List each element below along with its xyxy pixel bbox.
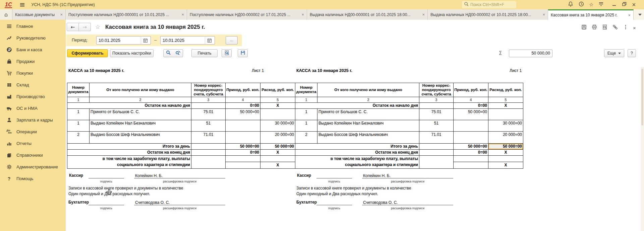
empty-cell[interactable] xyxy=(419,102,454,108)
print-preview-icon[interactable] xyxy=(602,24,608,31)
tab-home[interactable]: ⌂ xyxy=(0,9,12,20)
find-button[interactable] xyxy=(163,49,173,57)
col-index[interactable]: 2 xyxy=(90,97,191,102)
sheet-title[interactable]: КАССА за 10 января 2025 г. xyxy=(68,68,124,73)
x-mark-cell[interactable]: X xyxy=(488,162,523,168)
nav-forward-button[interactable]: → xyxy=(79,23,91,31)
description-cell[interactable]: Выдано Копейкин Нал Безналович xyxy=(317,120,419,131)
get-link-icon[interactable] xyxy=(612,24,618,31)
tab-1[interactable]: Кассовые документы× xyxy=(12,9,66,20)
sheet-number-label[interactable]: Лист 1 xyxy=(252,68,264,73)
col-index[interactable]: 5 xyxy=(260,97,295,102)
opening-balance-label[interactable]: Остаток на начало дня xyxy=(295,102,419,108)
check-line1[interactable]: Записи в кассовой книге проверил и докум… xyxy=(296,186,411,190)
accountant-signature-line[interactable] xyxy=(316,205,352,205)
sidebar-item-administrirovanie[interactable]: Администрирование xyxy=(0,161,66,173)
total-income-cell[interactable]: 50 000=00 xyxy=(226,143,260,149)
col-index[interactable]: 4 xyxy=(454,97,488,102)
col-header-expense[interactable]: Расход, руб. коп. xyxy=(260,83,295,97)
sidebar-item-os-i-nma[interactable]: ОС и НМА xyxy=(0,102,66,114)
sidebar-item-glavnoe[interactable]: Главное xyxy=(0,20,66,32)
tab-4[interactable]: Выдача наличных НД00-000001 от 10.01.202… xyxy=(307,9,428,20)
opening-balance-value[interactable]: 0=00 xyxy=(454,102,488,108)
cashier-name[interactable]: Копейкин Н. Б. xyxy=(135,173,163,178)
sidebar-item-otchety[interactable]: Отчеты xyxy=(0,138,66,149)
empty-cell[interactable] xyxy=(260,155,295,162)
sidebar-item-prodazhi[interactable]: Продажи xyxy=(0,56,66,67)
empty-cell[interactable] xyxy=(454,155,488,162)
doc-number-cell[interactable]: 1 xyxy=(295,120,317,131)
show-settings-button[interactable]: Показать настройки xyxy=(110,49,154,57)
accountant-name[interactable]: Счетоводова О. С. xyxy=(363,200,398,205)
sidebar-item-zarplata-i-kadry[interactable]: Зарплата и кадры xyxy=(0,114,66,126)
x-mark-cell[interactable]: X xyxy=(260,149,295,155)
including-label[interactable]: в том числе на заработную плату, выплаты… xyxy=(67,155,191,168)
col-header-counterparty[interactable]: От кого получено или кому выдано xyxy=(317,83,419,97)
global-search-input[interactable]: Поиск Ctrl+Shift+F xyxy=(462,1,516,8)
income-cell[interactable] xyxy=(454,131,488,143)
empty-cell[interactable] xyxy=(419,143,454,149)
tab-6[interactable]: Кассовая книга за 10 января 2025 г.× xyxy=(548,9,634,20)
service-menu-icon[interactable] xyxy=(598,1,604,8)
col-header-income[interactable]: Приход, руб. коп. xyxy=(226,83,260,97)
cashier-name-line[interactable] xyxy=(362,178,453,178)
window-minimize-icon[interactable] xyxy=(611,1,617,8)
expense-cell[interactable]: 30 000=00 xyxy=(260,120,295,131)
empty-cell[interactable] xyxy=(191,155,226,168)
closing-balance-label[interactable]: Остаток на конец дня xyxy=(67,149,191,155)
cashier-label[interactable]: Кассир xyxy=(297,173,311,178)
cashier-signature-line[interactable] xyxy=(316,178,352,178)
x-mark-cell[interactable]: X xyxy=(260,102,295,108)
doc-number-cell[interactable]: 2 xyxy=(67,131,90,143)
tab-2[interactable]: Поступление наличных НД00-000001 от 10.0… xyxy=(66,9,187,20)
x-mark-cell[interactable]: X xyxy=(488,102,523,108)
x-mark-cell[interactable]: X xyxy=(260,162,295,168)
help-button[interactable]: ? xyxy=(628,49,636,57)
sidebar-item-rukovoditelyu[interactable]: Руководителю xyxy=(0,32,66,44)
total-expense-cell[interactable]: 50 000=00 xyxy=(488,143,523,149)
empty-cell[interactable] xyxy=(419,149,454,155)
expense-cell[interactable] xyxy=(488,108,523,120)
including-label[interactable]: в том числе на заработную плату, выплаты… xyxy=(295,155,419,168)
col-index[interactable]: 3 xyxy=(419,97,454,102)
col-index[interactable]: 4 xyxy=(226,97,260,102)
cashier-signature-line[interactable] xyxy=(89,178,124,178)
closing-balance-value[interactable]: 0=00 xyxy=(226,149,260,155)
favorite-star-icon[interactable]: ☆ xyxy=(95,23,100,30)
sidebar-item-pokupki[interactable]: Покупки xyxy=(0,67,66,79)
tab-close-icon[interactable]: × xyxy=(628,13,631,17)
income-cell[interactable] xyxy=(454,120,488,131)
generate-button[interactable]: Сформировать xyxy=(67,49,108,57)
favorites-star-icon[interactable]: ☆ xyxy=(589,2,593,7)
period-to-input[interactable] xyxy=(161,38,205,43)
account-cell[interactable]: 75.01 xyxy=(191,108,226,120)
tab-close-icon[interactable]: × xyxy=(181,12,184,17)
closing-balance-value[interactable]: 0=00 xyxy=(454,149,488,155)
income-cell[interactable]: 50 000=00 xyxy=(226,108,260,120)
expense-cell[interactable]: 30 000=00 xyxy=(488,120,523,131)
accountant-name[interactable]: Счетоводова О. С. xyxy=(135,200,170,205)
tab-close-icon[interactable]: × xyxy=(301,12,304,17)
expense-cell[interactable]: 20 000=00 xyxy=(488,131,523,143)
find-next-button[interactable] xyxy=(173,49,183,57)
empty-cell[interactable] xyxy=(191,143,226,149)
description-cell[interactable]: Принято от Большов С. С. xyxy=(90,108,191,120)
empty-cell[interactable] xyxy=(226,162,260,168)
print-button[interactable]: Печать xyxy=(191,49,218,57)
check-line2[interactable]: Один приходный и Два расходных получил. xyxy=(296,191,378,196)
opening-balance-label[interactable]: Остаток на начало дня xyxy=(67,102,191,108)
print-report-icon[interactable] xyxy=(591,24,597,31)
account-cell[interactable]: 51 xyxy=(191,120,226,131)
period-options-button[interactable]: ... xyxy=(226,36,238,45)
empty-cell[interactable] xyxy=(488,155,523,162)
cashier-label[interactable]: Кассир xyxy=(69,173,83,178)
description-cell[interactable]: Выдано Боссов Шеф Начальникович xyxy=(90,131,191,143)
vertical-scrollbar[interactable] xyxy=(641,67,644,231)
closing-balance-label[interactable]: Остаток на конец дня xyxy=(295,149,419,155)
description-cell[interactable]: Выдано Боссов Шеф Начальникович xyxy=(317,131,419,143)
total-income-cell[interactable]: 50 000=00 xyxy=(454,143,488,149)
sum-total-field[interactable]: 50 000,00 xyxy=(509,50,552,57)
calendar-icon[interactable] xyxy=(205,36,214,44)
account-cell[interactable]: 75.01 xyxy=(419,108,454,120)
opening-balance-value[interactable]: 0=00 xyxy=(226,102,260,108)
